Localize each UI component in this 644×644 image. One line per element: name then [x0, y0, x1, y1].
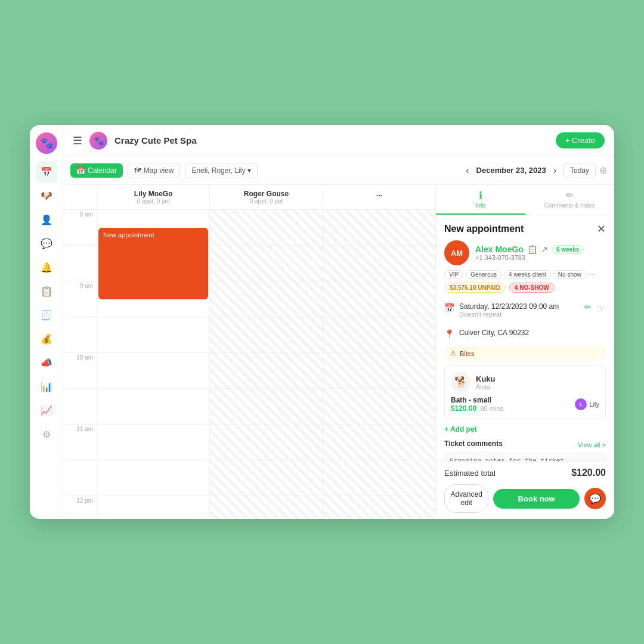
- estimated-total-label: Estimated total: [444, 469, 496, 478]
- sidebar-item-reports[interactable]: 📊: [36, 376, 57, 397]
- warning-text: Bites: [460, 350, 474, 357]
- panel-body: AM Alex MoeGo 📋 ↗ 6 weeks +1 343-070-378…: [436, 240, 614, 461]
- service-name: Bath - small: [451, 396, 503, 404]
- unpaid-badge[interactable]: $3,576.10 UNPAID: [444, 283, 506, 293]
- chevron-down-icon: ▾: [247, 166, 251, 175]
- staff-selector[interactable]: Eneli, Roger, Lily ▾: [185, 163, 258, 178]
- sidebar-item-payments[interactable]: 💰: [36, 328, 57, 349]
- tab-comments[interactable]: ✏ Comments & notes: [525, 185, 615, 215]
- brand-name: Crazy Cute Pet Spa: [114, 135, 549, 145]
- calendar-grid: Lily MoeGo 0 appt, 0 pet Roger Gouse 0 a…: [63, 185, 435, 519]
- location-icon: 📍: [444, 329, 454, 339]
- sidebar-item-tasks[interactable]: 📋: [36, 280, 57, 302]
- roger-column[interactable]: [209, 210, 322, 519]
- appointment-block[interactable]: New appointment: [98, 228, 208, 299]
- appointment-panel: ℹ Info ✏ Comments & notes New appointmen…: [435, 185, 614, 519]
- prev-date-button[interactable]: ‹: [462, 164, 472, 177]
- calendar-header: Lily MoeGo 0 appt, 0 pet Roger Gouse 0 a…: [63, 185, 435, 210]
- time-8am: 8 am: [63, 210, 97, 246]
- staff-avatar: L: [575, 398, 587, 410]
- add-pet-button[interactable]: + Add pet: [444, 424, 477, 435]
- client-phone: +1 343-070-3783: [475, 254, 584, 261]
- time-10am: 10 am: [63, 353, 97, 389]
- today-button[interactable]: Today: [564, 163, 596, 178]
- service-staff: L Lily: [575, 398, 599, 410]
- create-button[interactable]: + Create: [556, 132, 605, 148]
- calendar-toolbar: 📅 Calendar 🗺 Map view Eneli, Roger, Lily…: [63, 156, 614, 185]
- pet-breed: Akita: [476, 383, 496, 391]
- tab-info[interactable]: ℹ Info: [436, 185, 525, 215]
- appointment-location: Culver City, CA 90232: [459, 329, 529, 337]
- comments-label: Ticket comments: [444, 439, 503, 448]
- pet-card: 🐕 Kuku Akita Bath - small $120.00: [444, 366, 606, 419]
- cursor-hand-icon: ☞: [596, 302, 606, 315]
- sidebar-item-stats[interactable]: 📈: [36, 400, 57, 421]
- appointment-repeat: Doesn't repeat: [459, 311, 559, 318]
- time-half-8: [63, 246, 97, 281]
- sidebar-item-invoices[interactable]: 🧾: [36, 304, 57, 326]
- comments-input[interactable]: [444, 453, 606, 461]
- action-row: Advanced edit Book now 💬: [444, 484, 606, 513]
- appointment-label: New appointment: [103, 231, 154, 239]
- calendar-settings-icon[interactable]: ⊕: [599, 165, 607, 176]
- tag-vip: VIP: [444, 270, 463, 279]
- topbar: ☰ 🐾 Crazy Cute Pet Spa + Create: [63, 125, 614, 156]
- book-now-button[interactable]: Book now: [493, 489, 580, 509]
- time-half-11: [63, 460, 97, 496]
- time-9am: 9 am: [63, 281, 97, 317]
- tags-more[interactable]: ⋯: [589, 270, 596, 279]
- sidebar-item-settings[interactable]: ⚙: [36, 423, 57, 445]
- appointment-location-row: 📍 Culver City, CA 90232: [444, 325, 606, 342]
- calendar-body: 8 am 9 am 10 am 11 am 12 pm: [63, 210, 435, 519]
- total-row: Estimated total $120.00: [444, 467, 606, 478]
- staff-col-lily: Lily MoeGo 0 appt, 0 pet: [97, 185, 209, 209]
- client-name[interactable]: Alex MoeGo: [475, 244, 524, 254]
- staff-name: Lily: [589, 401, 599, 408]
- next-date-button[interactable]: ›: [550, 164, 560, 177]
- sidebar-item-marketing[interactable]: 📣: [36, 352, 57, 373]
- estimated-total-amount: $120.00: [571, 467, 606, 478]
- warning-box: ⚠ Bites: [444, 346, 606, 361]
- appointment-date: Saturday, 12/23/2023 09:00 am: [459, 302, 559, 311]
- sidebar-item-chat[interactable]: 💬: [36, 233, 57, 254]
- time-half-10: [63, 389, 97, 425]
- sidebar-item-pets[interactable]: 🐶: [36, 185, 57, 206]
- view-all-button[interactable]: View all >: [578, 441, 606, 448]
- weeks-badge: 6 weeks: [552, 245, 584, 254]
- panel-tabs: ℹ Info ✏ Comments & notes: [436, 185, 614, 215]
- main-area: ☰ 🐾 Crazy Cute Pet Spa + Create 📅 Calend…: [63, 125, 614, 519]
- sidebar: 🐾 📅 🐶 👤 💬 🔔 📋 🧾 💰 📣 📊 📈 ⚙: [30, 125, 63, 519]
- panel-footer: Estimated total $120.00 Advanced edit Bo…: [436, 461, 614, 519]
- calendar-detail-icon: 📅: [444, 303, 454, 312]
- alert-row: $3,576.10 UNPAID 4 NO-SHOW: [444, 283, 606, 293]
- app-logo: 🐾: [89, 132, 107, 150]
- calendar-view-button[interactable]: 📅 Calendar: [70, 163, 123, 178]
- panel-header: New appointment ✕: [436, 215, 614, 240]
- extra-column[interactable]: [323, 210, 435, 519]
- client-avatar: AM: [444, 240, 469, 265]
- map-view-button[interactable]: 🗺 Map view: [128, 163, 181, 178]
- share-icon[interactable]: ↗: [541, 244, 548, 254]
- edit-date-button[interactable]: ✏: [584, 302, 592, 312]
- tag-4weeks: 4 weeks client: [504, 270, 551, 279]
- staff-col-extra: ...: [323, 185, 435, 209]
- noshow-badge[interactable]: 4 NO-SHOW: [509, 283, 555, 293]
- staff-columns: New appointment: [97, 210, 435, 519]
- pet-avatar: 🐕: [451, 372, 471, 392]
- client-details: Alex MoeGo 📋 ↗ 6 weeks +1 343-070-3783: [475, 244, 584, 261]
- advanced-edit-button[interactable]: Advanced edit: [444, 484, 488, 513]
- hamburger-icon[interactable]: ☰: [73, 134, 82, 147]
- chat-button[interactable]: 💬: [584, 488, 606, 509]
- sidebar-item-calendar[interactable]: 📅: [36, 161, 57, 182]
- appointment-date-row: 📅 Saturday, 12/23/2023 09:00 am Doesn't …: [444, 299, 606, 321]
- time-11am: 11 am: [63, 425, 97, 460]
- sidebar-item-alerts[interactable]: 🔔: [36, 256, 57, 278]
- close-panel-button[interactable]: ✕: [597, 222, 606, 236]
- lily-column[interactable]: New appointment: [97, 210, 209, 519]
- tag-noshow: No show: [553, 270, 586, 279]
- warning-icon: ⚠: [450, 349, 456, 357]
- copy-icon[interactable]: 📋: [527, 244, 537, 254]
- sidebar-item-clients[interactable]: 👤: [36, 209, 57, 230]
- comments-header: Ticket comments View all >: [444, 439, 606, 450]
- info-icon: ℹ: [479, 190, 482, 201]
